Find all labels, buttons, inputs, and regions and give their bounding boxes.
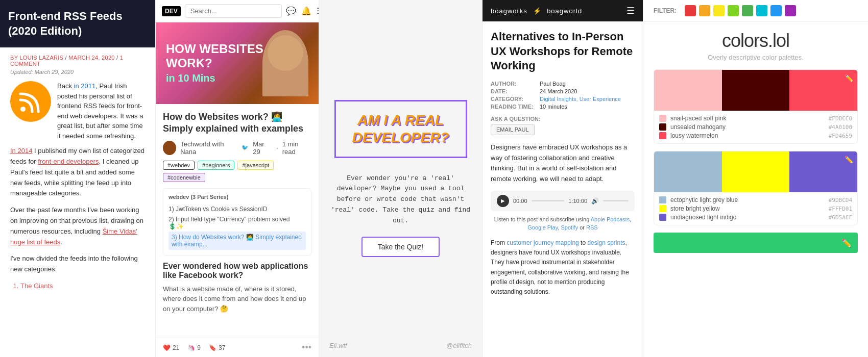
name-pink: snail-paced soft pink	[670, 115, 825, 122]
play-button[interactable]: ▶	[497, 195, 509, 207]
edit-icon-2[interactable]: ✏️	[845, 156, 853, 164]
body-p2: Over the past few months I've been worki…	[10, 205, 145, 247]
name-row-yellow: store bright yellow #FFFD01	[659, 205, 852, 212]
dev-logo: DEV	[162, 6, 181, 16]
volume-bar[interactable]	[603, 200, 629, 201]
email-button[interactable]: EMAIL PAUL	[491, 124, 535, 135]
name-row-mahogany: unsealed mahogany #4A0100	[659, 123, 852, 131]
color-filters	[685, 5, 796, 16]
more-icon[interactable]: •••	[302, 342, 311, 353]
filter-green[interactable]	[742, 5, 753, 16]
audio-time-start: 00:00	[513, 198, 527, 204]
link-2014[interactable]: In 2014	[10, 147, 32, 155]
pencil-icon-bottom[interactable]: ✏️	[841, 238, 852, 248]
rss-link[interactable]: RSS	[586, 224, 598, 231]
link-fend[interactable]: front-end developers	[38, 158, 99, 165]
google-play-link[interactable]: Google Play	[527, 224, 558, 231]
filter-label: FILTER:	[654, 7, 677, 14]
swatch-mahogany	[722, 70, 790, 111]
design-sprints-link[interactable]: design sprints	[587, 239, 625, 246]
article-desc: What is a website made of, where is it s…	[163, 284, 311, 314]
tag-javascript[interactable]: #javascript	[237, 161, 274, 170]
updated-date: Updated: March 29, 2020	[10, 69, 145, 75]
apple-podcasts-link[interactable]: Apple Podcasts	[591, 216, 630, 222]
edit-icon-1[interactable]: ✏️	[845, 74, 853, 82]
categories-list: The Giants	[20, 281, 145, 292]
boagworks-text: boagworks	[491, 7, 527, 15]
hex-yellow: #FFFD01	[829, 206, 852, 212]
tag-codenewbie[interactable]: #codenewbie	[163, 173, 205, 182]
customer-journey-link[interactable]: customer journey mapping	[507, 239, 578, 246]
article-footer: ❤️ 21 🦄 9 🔖 37 •••	[156, 338, 319, 357]
filter-orange[interactable]	[699, 5, 710, 16]
dot-indigo	[659, 214, 666, 221]
spotify-link[interactable]: Spotify	[561, 224, 578, 231]
reaction-bookmark[interactable]: 🔖 37	[209, 344, 225, 351]
audio-time-end: 1:10:00	[568, 198, 587, 204]
filter-red[interactable]	[685, 5, 696, 16]
search-input[interactable]	[185, 4, 282, 18]
audio-progress-bar[interactable]	[532, 200, 565, 201]
palette-card-2: ✏️ ectophytic light grey blue #9DBCD4 st…	[654, 151, 858, 225]
palette-names-2: ectophytic light grey blue #9DBCD4 store…	[654, 192, 857, 225]
author-value: Paul Boag	[540, 81, 566, 87]
filter-cyan[interactable]	[756, 5, 767, 16]
quiz-button[interactable]: Take the Quiz!	[361, 237, 440, 257]
body-p3: I've now divided the feeds into the foll…	[10, 253, 145, 275]
header-icons: 💬 🔔 ☰	[286, 6, 319, 16]
name-row-watermelon: lousy watermelon #FD4659	[659, 132, 852, 139]
series-item-2: 2) Input field type "Currency" problem s…	[168, 214, 306, 232]
name-watermelon: lousy watermelon	[670, 132, 825, 139]
name-indigo: undiagnosed light indigo	[670, 214, 825, 221]
category-link[interactable]: Digital Insights, User Experience	[540, 96, 621, 102]
bell-icon[interactable]: 🔔	[301, 6, 311, 16]
name-row-pink: snail-paced soft pink #FDBCC0	[659, 115, 852, 122]
colors-panel: FILTER: colors.lol Overly descriptive co…	[643, 0, 868, 357]
filter-lime[interactable]	[728, 5, 739, 16]
hex-indigo: #6D5ACF	[829, 214, 852, 221]
heart-icon: ❤️	[163, 344, 171, 351]
boag-logo: boagworks ⚡ boagworld	[491, 7, 582, 15]
palette-names-1: snail-paced soft pink #FDBCC0 unsealed m…	[654, 111, 857, 143]
tag-webdev[interactable]: #webdev	[163, 161, 195, 170]
audio-player: ▶ 00:00 1:10:00 🔊	[491, 191, 635, 211]
reading-row: READING TIME: 10 minutes	[491, 104, 635, 110]
series-item-3[interactable]: 3) How do Websites work? 👩‍💻 Simply expl…	[168, 232, 306, 250]
tag-beginners[interactable]: #beginners	[198, 161, 234, 170]
volume-icon[interactable]: 🔊	[591, 197, 599, 205]
filter-blue[interactable]	[770, 5, 782, 16]
logo-separator: ⚡	[533, 7, 542, 15]
reaction-unicorn[interactable]: 🦄 9	[187, 344, 201, 351]
colors-subtitle: Overly descriptive color palettes.	[654, 54, 858, 61]
author-name: LOUIS LAZARIS	[19, 55, 63, 61]
boag-intro: Designers have embraced UX workshops as …	[491, 142, 635, 185]
hero-text: HOW WEBSITES WORK? in 10 Mins	[166, 42, 263, 84]
quiz-title: AM I A REALDEVELOPER?	[351, 112, 450, 146]
dot-watermelon	[659, 132, 666, 139]
quiz-box: AM I A REALDEVELOPER?	[334, 100, 467, 158]
category-label: CATEGORY:	[491, 96, 537, 102]
author-date: Mar 29	[253, 140, 272, 156]
dot-yellow	[659, 205, 666, 212]
quiz-panel: AM I A REALDEVELOPER? Ever wonder you're…	[319, 0, 483, 357]
date-value: 24 March 2020	[540, 88, 577, 94]
filter-yellow[interactable]	[713, 5, 725, 16]
hex-mahogany: #4A0100	[829, 124, 852, 131]
reaction-heart[interactable]: ❤️ 21	[163, 344, 179, 351]
bookmark-count: 37	[219, 344, 225, 351]
message-icon[interactable]: 💬	[286, 6, 296, 16]
read-time-text: 1 min read	[282, 140, 311, 156]
article-question: Ever wondered how web applications like …	[163, 262, 311, 280]
body-p1: From customer journey mapping to design …	[491, 238, 635, 297]
unicorn-count: 9	[197, 344, 201, 351]
intro-area: Back in 2011, Paul Irish posted his pers…	[10, 81, 145, 141]
series-title: webdev (3 Part Series)	[168, 194, 306, 200]
name-row-indigo: undiagnosed light indigo #6D5ACF	[659, 214, 852, 221]
hamburger-icon[interactable]: ☰	[626, 5, 635, 16]
swatch-yellow	[722, 151, 790, 192]
swatch-pink	[654, 70, 722, 111]
filter-purple[interactable]	[785, 5, 796, 16]
watermark-left: Eli.wtf	[329, 342, 347, 349]
link-2011[interactable]: in 2011	[74, 82, 96, 90]
link-sime[interactable]: Šime Vidas' huge list of feeds	[10, 227, 137, 246]
